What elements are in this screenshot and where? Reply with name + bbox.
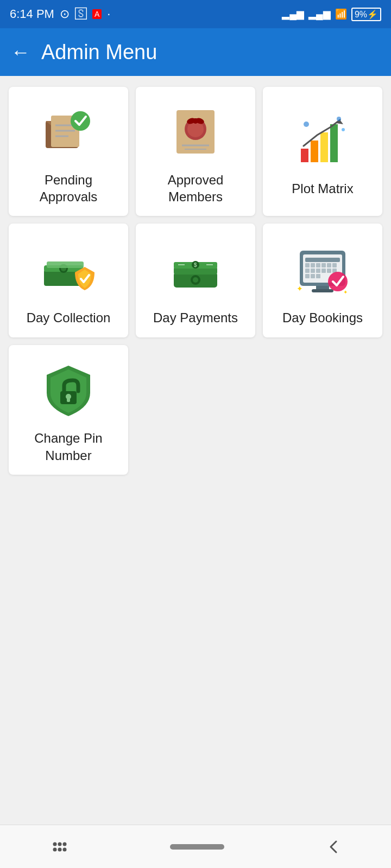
signal2-icon: ▂▄▆ [308,8,331,20]
menu-label-pending-approvals: PendingApprovals [40,171,98,205]
airtel-icon: A [92,9,102,19]
svg-point-12 [193,118,198,124]
certificate-icon [166,102,225,162]
menu-label-day-payments: Day Payments [153,309,238,326]
svg-rect-53 [311,274,315,278]
battery-icon: 9%⚡ [351,8,381,21]
back-button[interactable]: ← [11,41,30,63]
money-stack-icon: $ [166,240,225,299]
menu-item-day-bookings[interactable]: ✦ ✦ Day Bookings [263,224,382,337]
status-left: 6:14 PM ⊙ 🅂 A · [10,7,110,21]
menu-item-plot-matrix[interactable]: Plot Matrix [263,87,382,216]
calendar-check-icon: ✦ ✦ [293,240,352,299]
menu-label-day-bookings: Day Bookings [282,309,363,326]
svg-rect-17 [320,132,328,162]
svg-rect-48 [316,269,320,273]
app-bar: ← Admin Menu [0,28,391,76]
svg-rect-18 [330,124,338,162]
menu-item-day-collection[interactable]: Day Collection [9,224,128,337]
svg-rect-46 [305,269,310,273]
envelope-check-icon [39,102,98,162]
bottom-nav-back[interactable] [309,834,357,860]
status-right: ▂▄▆ ▂▄▆ 📶 9%⚡ [282,8,381,21]
svg-point-6 [71,111,90,131]
svg-point-30 [193,277,198,283]
menu-item-day-payments[interactable]: $ Day Payments [136,224,255,337]
svg-point-57 [328,272,348,291]
page-title: Admin Menu [41,41,157,64]
menu-item-pending-approvals[interactable]: PendingApprovals [9,87,128,216]
bottom-nav-dots[interactable] [34,832,85,861]
svg-rect-56 [312,289,333,292]
svg-rect-45 [332,263,337,267]
svg-point-65 [63,842,67,846]
svg-point-68 [63,847,67,851]
signal-icon: ▂▄▆ [282,8,304,20]
svg-point-63 [53,842,57,846]
shield-lock-icon [39,360,98,420]
svg-rect-52 [305,274,310,278]
svg-rect-40 [305,263,310,267]
money-shield-icon [39,240,98,299]
svg-rect-54 [316,274,320,278]
svg-text:$: $ [194,262,197,268]
menu-label-change-pin: Change PinNumber [34,430,102,463]
svg-rect-50 [327,269,331,273]
svg-rect-43 [321,263,326,267]
home-pill [170,844,224,850]
svg-point-66 [53,847,57,851]
svg-rect-42 [316,263,320,267]
bottom-navigation [0,825,391,868]
svg-point-21 [337,117,341,121]
whatsapp-icon: ⊙ [60,7,70,21]
svg-rect-62 [67,398,70,402]
svg-point-67 [58,847,62,851]
bottom-nav-home[interactable] [154,839,241,855]
menu-label-approved-members: ApprovedMembers [168,171,224,205]
svg-rect-47 [311,269,315,273]
status-bar: 6:14 PM ⊙ 🅂 A · ▂▄▆ ▂▄▆ 📶 9%⚡ [0,0,391,28]
dot-icon: · [107,7,110,21]
svg-rect-41 [311,263,315,267]
svg-text:✦: ✦ [343,289,348,295]
chart-growth-icon [293,111,352,170]
menu-label-plot-matrix: Plot Matrix [292,180,353,197]
menu-item-approved-members[interactable]: ApprovedMembers [136,87,255,216]
status-time: 6:14 PM [10,7,54,21]
menu-item-change-pin[interactable]: Change PinNumber [9,345,128,474]
svg-point-64 [58,842,62,846]
svg-rect-27 [47,261,84,268]
menu-label-day-collection: Day Collection [27,309,111,326]
wifi-icon: 📶 [335,8,347,20]
svg-rect-15 [301,149,308,162]
svg-point-20 [304,122,309,127]
menu-grid: PendingApprovals ApprovedMembers [0,76,391,480]
svg-rect-49 [321,269,326,273]
svg-point-22 [342,128,345,131]
svg-rect-16 [311,141,318,162]
svg-rect-44 [327,263,331,267]
svg-rect-39 [305,258,340,262]
svg-text:✦: ✦ [297,284,303,293]
sim-icon: 🅂 [75,7,87,21]
